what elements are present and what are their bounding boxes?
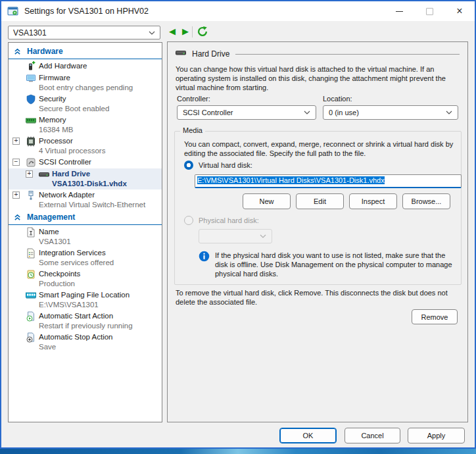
pane-intro-text: You can change how this virtual hard dis… [176,64,458,92]
media-intro-text: You can compact, convert, expand, merge,… [184,139,454,158]
sidebar-item-automatic-start[interactable]: Automatic Start Action Restart if previo… [9,311,162,332]
scsi-controller-icon [26,157,36,168]
sidebar-item-name[interactable]: Name VSA1301 [9,226,162,247]
controller-label: Controller: [177,95,210,103]
sidebar-item-processor[interactable]: + Processor 4 Virtual processors [9,136,162,157]
section-hardware-label: Hardware [27,47,63,57]
automatic-start-icon [26,311,36,322]
item-status: VSA1301-Disk1.vhdx [52,179,160,189]
item-label: SCSI Controller [39,157,160,167]
controller-select[interactable]: SCSI Controller [177,105,316,120]
window-title: Settings for VSA1301 on HPHV02 [24,7,149,16]
checkpoints-icon [26,269,36,280]
item-status: Restart if previously running [39,321,160,331]
item-status: E:\VMS\VSA1301 [39,300,160,310]
edit-button[interactable]: Edit [296,193,344,209]
sidebar-item-security[interactable]: Security Secure Boot enabled [9,93,162,114]
add-hardware-icon [26,61,36,72]
smart-paging-icon [26,290,36,301]
item-status: Some services offered [39,258,160,268]
sidebar-item-network-adapter[interactable]: + Network Adapter External Virtual Switc… [9,189,162,211]
maximize-icon [426,8,433,15]
expand-icon[interactable]: + [12,138,20,145]
item-label: Automatic Stop Action [39,332,160,342]
item-status: External Virtual Switch-Ethernet [39,200,160,210]
virtual-disk-path-input[interactable]: E:\VMS\VSA1301\Virtual Hard Disks\VSA130… [195,174,462,188]
physical-disk-select [199,229,272,243]
cancel-button[interactable]: Cancel [345,428,400,443]
close-button[interactable]: × [444,1,475,21]
location-select[interactable]: 0 (in use) [323,105,458,120]
item-status: Secure Boot enabled [39,104,160,114]
remove-button[interactable]: Remove [412,309,458,324]
collapse-section-icon [14,214,21,221]
header-rule [235,54,460,55]
location-select-value: 0 (in use) [329,109,446,116]
minimize-button[interactable] [384,1,414,21]
expand-icon[interactable]: + [12,191,20,199]
processor-icon [26,136,36,147]
minimize-icon [396,11,403,12]
collapse-icon[interactable]: − [12,159,20,166]
settings-window: Settings for VSA1301 on HPHV02 × VSA1301… [0,0,476,449]
physical-hard-disk-label: Physical hard disk: [199,216,259,224]
vm-selector[interactable]: VSA1301 [8,26,160,39]
item-label: Memory [39,115,160,125]
collapse-section-icon [14,48,21,55]
close-icon: × [456,6,462,16]
navigate-forward-button[interactable]: ▶ [180,25,191,38]
settings-tree: Hardware Add Hardware Firmware Boot entr… [8,42,162,422]
chevron-down-icon [304,111,310,114]
item-label: Hard Drive [52,169,160,179]
app-icon [7,6,18,17]
physical-disk-info-text: If the physical hard disk you want to us… [215,251,453,278]
refresh-icon [197,26,208,38]
item-label: Processor [39,136,160,146]
item-status: 4 Virtual processors [39,146,160,156]
back-icon: ◀ [169,26,176,36]
hard-drive-settings-pane: Hard Drive You can change how this virtu… [167,41,468,422]
section-management[interactable]: Management [9,211,162,225]
item-label: Integration Services [39,248,160,258]
item-label: Automatic Start Action [39,311,160,321]
virtual-hard-disk-label: Virtual hard disk: [199,161,252,169]
apply-button[interactable]: Apply [408,428,465,443]
radio-selected-icon [184,161,193,170]
radio-disabled-icon [184,216,193,225]
title-bar: Settings for VSA1301 on HPHV02 × [1,1,475,21]
sidebar-item-firmware[interactable]: Firmware Boot entry changes pending [9,72,162,93]
sidebar-item-add-hardware[interactable]: Add Hardware [9,61,162,72]
sidebar-item-checkpoints[interactable]: Checkpoints Production [9,268,162,290]
refresh-button[interactable] [197,26,208,38]
media-groupbox: Media You can compact, convert, expand, … [174,131,462,285]
chevron-down-icon [149,31,155,35]
item-label: Smart Paging File Location [39,290,160,300]
section-management-label: Management [27,213,75,222]
sidebar-item-hard-drive[interactable]: + Hard Drive VSA1301-Disk1.vhdx [9,168,162,189]
item-label: Firmware [39,73,160,83]
item-label: Checkpoints [39,269,160,279]
item-status: Save [39,342,160,352]
hard-drive-icon [39,169,49,180]
sidebar-item-memory[interactable]: Memory 16384 MB [9,114,162,136]
item-status: 16384 MB [39,125,160,135]
integration-services-icon [26,248,36,259]
navigate-back-button[interactable]: ◀ [167,25,178,38]
expand-icon[interactable]: + [26,170,33,178]
ok-button[interactable]: OK [279,428,337,443]
item-label: Name [39,227,160,237]
inspect-button[interactable]: Inspect [349,193,397,209]
section-hardware[interactable]: Hardware [9,45,162,59]
item-status: VSA1301 [39,237,160,247]
browse-button[interactable]: Browse... [402,193,450,209]
vm-selector-value: VSA1301 [13,28,149,38]
location-label: Location: [323,95,352,103]
network-adapter-icon [26,190,36,201]
sidebar-item-smart-paging[interactable]: Smart Paging File Location E:\VMS\VSA130… [9,290,162,311]
new-button[interactable]: New [243,193,291,209]
automatic-stop-icon [26,332,36,343]
sidebar-item-integration-services[interactable]: Integration Services Some services offer… [9,247,162,268]
sidebar-item-scsi-controller[interactable]: − SCSI Controller [9,157,162,168]
virtual-hard-disk-radio[interactable]: Virtual hard disk: [184,161,252,170]
sidebar-item-automatic-stop[interactable]: Automatic Stop Action Save [9,332,162,353]
